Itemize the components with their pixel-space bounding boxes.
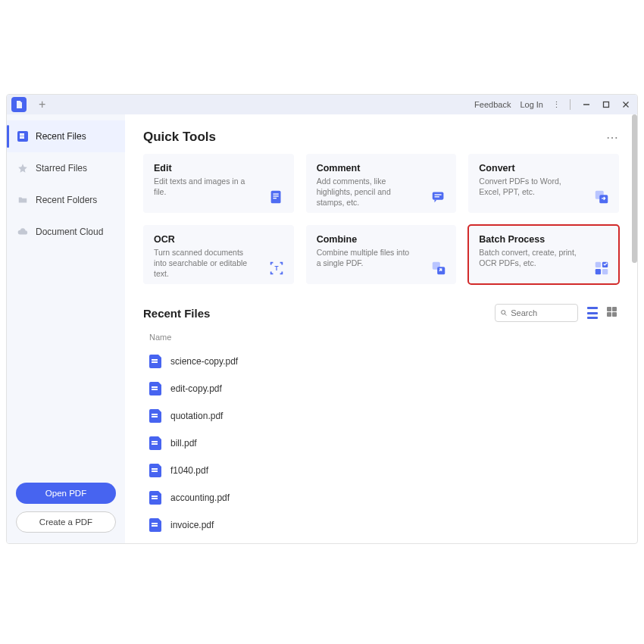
convert-icon	[593, 189, 610, 205]
sidebar-item-label: Recent Files	[36, 131, 86, 142]
quick-tools-menu-icon[interactable]: ⋯	[606, 130, 619, 145]
column-header-name: Name	[143, 330, 619, 348]
tool-title: Combine	[317, 234, 446, 245]
svg-rect-8	[433, 192, 444, 200]
file-name: accounting.pdf	[170, 492, 230, 503]
combine-icon	[430, 260, 447, 277]
pdf-file-icon	[149, 518, 161, 532]
tool-desc: Convert PDFs to Word, Excel, PPT, etc.	[479, 176, 577, 197]
search-icon	[500, 308, 508, 317]
window-maximize-icon[interactable]	[599, 98, 613, 111]
sidebar-item-recent-folders[interactable]: Recent Folders	[7, 184, 125, 216]
tool-card-batch-process[interactable]: Batch Process Batch convert, create, pri…	[468, 225, 619, 284]
svg-rect-18	[596, 269, 601, 274]
file-row[interactable]: f1040.pdf	[143, 457, 619, 484]
file-name: science-copy.pdf	[170, 356, 238, 367]
recent-files-heading: Recent Files	[143, 307, 210, 320]
sidebar-item-document-cloud[interactable]: Document Cloud	[7, 216, 125, 248]
recent-file-list: science-copy.pdfedit-copy.pdfquotation.p…	[143, 348, 619, 539]
app-logo[interactable]	[11, 97, 27, 112]
tool-title: Convert	[479, 163, 608, 174]
file-name: invoice.pdf	[170, 520, 214, 530]
svg-rect-19	[602, 269, 608, 274]
pdf-file-icon	[149, 464, 161, 477]
sidebar-item-recent-files[interactable]: Recent Files	[7, 120, 125, 152]
svg-rect-5	[273, 193, 278, 194]
tool-card-ocr[interactable]: OCR Turn scanned documents into searchab…	[143, 225, 294, 284]
sidebar-item-starred-files[interactable]: Starred Files	[7, 152, 125, 184]
folder-icon	[17, 195, 28, 205]
svg-rect-4	[270, 191, 280, 204]
svg-rect-10	[435, 196, 439, 197]
search-input[interactable]	[511, 308, 573, 317]
svg-rect-9	[435, 194, 442, 195]
login-link[interactable]: Log In	[520, 100, 543, 109]
tool-desc: Turn scanned documents into searchable o…	[154, 247, 252, 280]
list-view-toggle[interactable]	[587, 307, 599, 319]
edit-icon	[268, 189, 285, 205]
tool-card-edit[interactable]: Edit Edit texts and images in a file.	[143, 154, 294, 213]
tool-card-combine[interactable]: Combine Combine multiple files into a si…	[306, 225, 457, 284]
tool-title: Batch Process	[479, 234, 608, 245]
file-row[interactable]: bill.pdf	[143, 430, 619, 457]
tool-title: Edit	[154, 163, 283, 174]
search-input-container[interactable]	[495, 304, 578, 322]
main-content: Quick Tools ⋯ Edit Edit texts and images…	[125, 114, 637, 543]
comment-icon	[430, 189, 447, 205]
tool-desc: Add comments, like highlights, pencil an…	[317, 176, 415, 208]
file-name: bill.pdf	[170, 438, 197, 449]
svg-rect-1	[604, 102, 609, 108]
tool-desc: Combine multiple files into a single PDF…	[317, 247, 415, 268]
batch-icon	[593, 260, 610, 277]
tool-title: OCR	[154, 234, 283, 245]
svg-rect-7	[273, 198, 277, 199]
sidebar-item-label: Recent Folders	[36, 195, 97, 205]
file-name: quotation.pdf	[170, 411, 223, 421]
document-icon	[17, 131, 28, 142]
pdf-file-icon	[149, 436, 161, 450]
title-bar: + Feedback Log In ⋮	[7, 95, 637, 114]
separator	[570, 99, 571, 110]
create-pdf-button[interactable]: Create a PDF	[16, 511, 116, 533]
app-window: + Feedback Log In ⋮	[6, 94, 638, 544]
quick-tools-grid: Edit Edit texts and images in a file. Co…	[143, 154, 619, 284]
svg-text:T: T	[274, 265, 278, 272]
file-row[interactable]: accounting.pdf	[143, 484, 619, 511]
pdf-file-icon	[149, 355, 161, 368]
svg-point-20	[502, 311, 505, 314]
sidebar: Recent Files Starred Files Recent Folder…	[7, 114, 125, 543]
window-close-icon[interactable]	[619, 98, 633, 111]
file-name: edit-copy.pdf	[170, 383, 222, 394]
new-tab-button[interactable]: +	[39, 98, 45, 111]
svg-line-21	[505, 314, 506, 315]
sidebar-item-label: Document Cloud	[36, 227, 103, 237]
file-row[interactable]: invoice.pdf	[143, 511, 619, 539]
svg-rect-16	[596, 262, 601, 267]
tool-desc: Edit texts and images in a file.	[154, 176, 252, 197]
file-row[interactable]: science-copy.pdf	[143, 348, 619, 375]
tool-title: Comment	[317, 163, 446, 174]
scrollbar[interactable]	[632, 114, 637, 263]
open-pdf-button[interactable]: Open PDF	[16, 483, 116, 504]
pdf-file-icon	[149, 491, 161, 505]
tool-card-convert[interactable]: Convert Convert PDFs to Word, Excel, PPT…	[468, 154, 619, 213]
sidebar-item-label: Starred Files	[36, 163, 87, 174]
tool-desc: Batch convert, create, print, OCR PDFs, …	[479, 247, 577, 268]
star-icon	[17, 163, 28, 174]
ocr-icon: T	[268, 260, 285, 277]
file-row[interactable]: edit-copy.pdf	[143, 375, 619, 402]
file-name: f1040.pdf	[170, 465, 208, 476]
grid-view-toggle[interactable]	[607, 307, 619, 319]
tool-card-comment[interactable]: Comment Add comments, like highlights, p…	[306, 154, 457, 213]
cloud-icon	[17, 227, 28, 237]
pdf-file-icon	[149, 409, 161, 423]
pdf-file-icon	[149, 382, 161, 395]
file-row[interactable]: quotation.pdf	[143, 402, 619, 430]
window-minimize-icon[interactable]	[580, 98, 593, 111]
quick-tools-heading: Quick Tools	[143, 130, 216, 145]
svg-rect-6	[273, 195, 278, 196]
feedback-link[interactable]: Feedback	[474, 100, 511, 109]
titlebar-menu-icon[interactable]: ⋮	[552, 100, 561, 110]
